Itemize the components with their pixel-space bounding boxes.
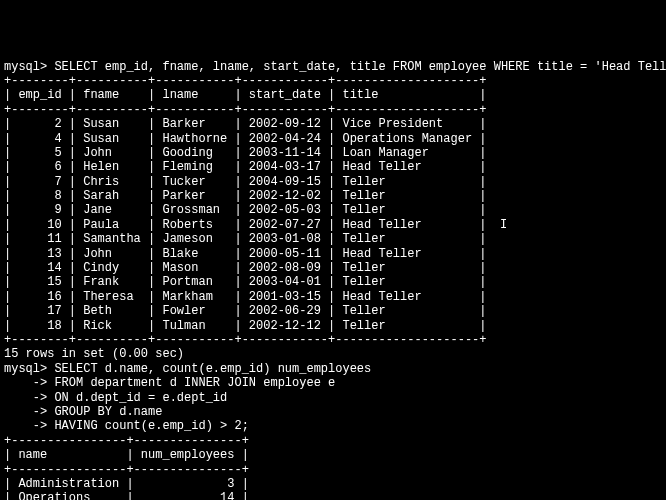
table-row: | 7 | Chris | Tucker | 2004-09-15 | Tell… xyxy=(4,175,662,189)
sql-query-line: mysql> SELECT emp_id, fname, lname, star… xyxy=(4,60,662,74)
table-border: +--------+----------+-----------+-------… xyxy=(4,333,662,347)
table-row: | 8 | Sarah | Parker | 2002-12-02 | Tell… xyxy=(4,189,662,203)
sql-continuation-line: -> FROM department d INNER JOIN employee… xyxy=(4,376,662,390)
table-border: +--------+----------+-----------+-------… xyxy=(4,74,662,88)
result-footer: 15 rows in set (0.00 sec) xyxy=(4,347,662,361)
table-border: +----------------+---------------+ xyxy=(4,463,662,477)
table-header: | name | num_employees | xyxy=(4,448,662,462)
sql-continuation-line: -> ON d.dept_id = e.dept_id xyxy=(4,391,662,405)
table-header: | emp_id | fname | lname | start_date | … xyxy=(4,88,662,102)
sql-query-line: mysql> SELECT d.name, count(e.emp_id) nu… xyxy=(4,362,662,376)
table-row: | 18 | Rick | Tulman | 2002-12-12 | Tell… xyxy=(4,319,662,333)
table-row: | 5 | John | Gooding | 2003-11-14 | Loan… xyxy=(4,146,662,160)
table-row: | 11 | Samantha | Jameson | 2003-01-08 |… xyxy=(4,232,662,246)
table-row: | 16 | Theresa | Markham | 2001-03-15 | … xyxy=(4,290,662,304)
table-row: | 6 | Helen | Fleming | 2004-03-17 | Hea… xyxy=(4,160,662,174)
table-row: | Operations | 14 | xyxy=(4,491,662,500)
table-row: | 17 | Beth | Fowler | 2002-06-29 | Tell… xyxy=(4,304,662,318)
table-row: | Administration | 3 | xyxy=(4,477,662,491)
sql-continuation-line: -> GROUP BY d.name xyxy=(4,405,662,419)
table-row: | 4 | Susan | Hawthorne | 2002-04-24 | O… xyxy=(4,132,662,146)
text-cursor: I xyxy=(500,218,507,232)
table-row: | 2 | Susan | Barker | 2002-09-12 | Vice… xyxy=(4,117,662,131)
table-row: | 14 | Cindy | Mason | 2002-08-09 | Tell… xyxy=(4,261,662,275)
table-row: | 13 | John | Blake | 2000-05-11 | Head … xyxy=(4,247,662,261)
terminal-output[interactable]: mysql> SELECT emp_id, fname, lname, star… xyxy=(4,60,662,500)
table-border: +--------+----------+-----------+-------… xyxy=(4,103,662,117)
table-row: | 10 | Paula | Roberts | 2002-07-27 | He… xyxy=(4,218,662,232)
table-border: +----------------+---------------+ xyxy=(4,434,662,448)
table-row: | 9 | Jane | Grossman | 2002-05-03 | Tel… xyxy=(4,203,662,217)
table-row: | 15 | Frank | Portman | 2003-04-01 | Te… xyxy=(4,275,662,289)
sql-continuation-line: -> HAVING count(e.emp_id) > 2; xyxy=(4,419,662,433)
